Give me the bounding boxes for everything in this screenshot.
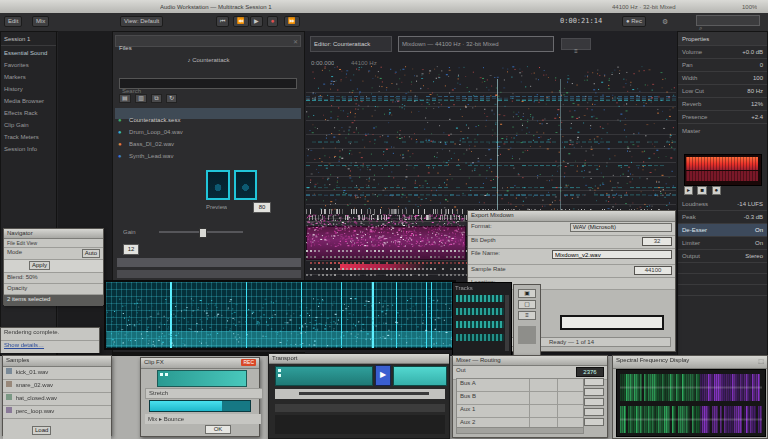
routing-row[interactable]: Bus B	[457, 392, 583, 405]
region-handle[interactable]	[278, 369, 281, 372]
property-row[interactable]: Low Cut 80 Hz	[678, 85, 767, 98]
clip-handle[interactable]	[160, 373, 163, 376]
meter-toggle-button[interactable]: ≡	[561, 38, 591, 50]
gear-icon[interactable]: ⚙	[662, 17, 668, 26]
transport-play-button[interactable]: ▶	[250, 16, 263, 27]
expand-icon[interactable]: ⬚	[758, 357, 764, 364]
clipfx-window[interactable]: Clip FX REC Stretch Mix ▸ Bounce OK	[140, 357, 260, 437]
gain-value-box[interactable]: 12	[123, 244, 139, 255]
routing-titlebar[interactable]: Mixer — Routing	[453, 356, 607, 366]
spectral-window[interactable]: Spectral Frequency Display ⬚	[612, 355, 768, 439]
navigator-opacity-row[interactable]: Opacity	[4, 284, 103, 295]
transport-prev-button[interactable]: ⏮	[216, 16, 229, 27]
files-duplicate-button[interactable]: ⧉	[151, 94, 161, 103]
sidebar-item-markers[interactable]: Markers	[1, 70, 56, 82]
navigator-window[interactable]: Navigator File Edit View Mode Auto Apply…	[3, 228, 104, 305]
navigator-blend-row[interactable]: Blend: 50%	[4, 273, 103, 284]
routing-row[interactable]: Aux 1	[457, 405, 583, 418]
mode-dropdown[interactable]: Auto	[82, 249, 100, 258]
sample-row[interactable]: hat_closed.wav	[3, 393, 111, 406]
files-search-box[interactable]	[119, 78, 297, 89]
routing-tool-button[interactable]	[584, 418, 604, 426]
sidebar-item-favorites[interactable]: Favorites	[1, 58, 56, 70]
transport-rew-button[interactable]: ⏪	[233, 16, 249, 27]
export-dialog-titlebar[interactable]: Export Mixdown	[468, 211, 675, 222]
master-waveform[interactable]	[684, 154, 762, 186]
sidebar-item-history[interactable]: History	[1, 82, 56, 94]
property-row[interactable]: Width 100	[678, 72, 767, 85]
clip-handle[interactable]	[165, 373, 168, 376]
sidebar-item-session-info[interactable]: Session Info	[1, 142, 56, 154]
transport-ffwd-button[interactable]: ⏩	[284, 16, 300, 27]
sample-row[interactable]: kick_01.wav	[3, 367, 111, 380]
file-row[interactable]: ● Bass_DI_02.wav	[115, 132, 301, 143]
file-row[interactable]: ● Drum_Loop_04.wav	[115, 120, 301, 131]
toolbar-mix-button[interactable]: Mix	[32, 16, 49, 27]
player-titlebar[interactable]: Transport	[269, 354, 449, 364]
scrub-track[interactable]	[299, 392, 429, 395]
selection-marker-strip[interactable]	[340, 264, 426, 270]
zoom-level[interactable]: 100%	[742, 3, 757, 11]
toolbar-edit-button[interactable]: Edit	[4, 16, 22, 27]
files-panel-header[interactable]: Files ✕	[115, 35, 301, 47]
player-region-b[interactable]	[393, 366, 447, 386]
navigator-mode-row[interactable]: Mode Auto	[4, 248, 103, 260]
property-row[interactable]: Loudness -14 LUFS	[678, 198, 767, 211]
spectrum-grid-display[interactable]	[104, 280, 456, 350]
player-region-a[interactable]	[275, 366, 373, 386]
file-row[interactable]: ● Synth_Lead.wav	[115, 144, 301, 155]
sidebar-item-track-meters[interactable]: Track Meters	[1, 130, 56, 142]
tool-list-button[interactable]: ≡	[518, 311, 536, 320]
bit-depth-value-box[interactable]: 32	[642, 237, 672, 246]
notification-strip-window[interactable]: Rendering complete. Show details…	[0, 327, 100, 353]
ok-button[interactable]: OK	[205, 425, 231, 434]
grid-cursor-line[interactable]	[170, 282, 172, 348]
mini-track-strip[interactable]	[456, 321, 504, 328]
details-link[interactable]: Show details…	[4, 342, 44, 348]
property-row[interactable]: Output Stereo	[678, 250, 767, 263]
property-row[interactable]: Peak -0.3 dB	[678, 211, 767, 224]
toolbar-search-box[interactable]: ⌕	[696, 15, 760, 26]
file-badge-icon[interactable]: ▶	[375, 365, 391, 386]
sample-row[interactable]: snare_02.wav	[3, 380, 111, 393]
files-refresh-button[interactable]: ↻	[166, 94, 177, 103]
mini-track-strip[interactable]	[456, 334, 504, 341]
tool-marquee-button[interactable]: ▢	[518, 300, 536, 309]
titlebar[interactable]: Audio Workstation — Multitrack Session 1…	[0, 0, 768, 14]
workspace-view-button[interactable]: View: Default	[120, 16, 163, 27]
mini-scrollbar[interactable]	[505, 295, 509, 351]
routing-tool-button[interactable]	[584, 408, 604, 416]
spectral-titlebar[interactable]: Spectral Frequency Display ⬚	[613, 356, 767, 369]
property-row[interactable]: Volume +0.0 dB	[678, 46, 767, 59]
samples-titlebar[interactable]: Samples	[3, 356, 111, 367]
tool-select-button[interactable]: ▣	[518, 289, 536, 298]
bounce-row[interactable]: Mix ▸ Bounce	[145, 414, 261, 424]
record-button[interactable]: ● Rec	[622, 16, 646, 27]
grid-cursor-line[interactable]	[372, 282, 374, 348]
property-row[interactable]: Presence +2.4	[678, 111, 767, 124]
player-scrub-row[interactable]	[275, 389, 445, 399]
stretch-row[interactable]: Stretch	[145, 388, 263, 399]
preview-monitor-a[interactable]	[206, 170, 230, 200]
property-row[interactable]: Limiter On	[678, 237, 767, 250]
routing-row[interactable]: Bus A	[457, 379, 583, 392]
routing-tool-button[interactable]	[584, 378, 604, 386]
wave-stop-button[interactable]: ■	[697, 186, 707, 195]
spectral-canvas[interactable]	[620, 373, 762, 433]
player-window[interactable]: Transport ▶	[268, 353, 450, 439]
editor-tab-1[interactable]: Editor: Counterattack	[310, 36, 392, 52]
wave-record-button[interactable]: ●	[712, 186, 722, 195]
midi-clip-band[interactable]	[306, 226, 466, 260]
property-row[interactable]: Pan 0	[678, 59, 767, 72]
clipfx-teal-block[interactable]	[157, 370, 247, 387]
navigator-menu[interactable]: File Edit View	[4, 239, 103, 248]
wave-play-button[interactable]: ▸	[684, 186, 693, 195]
navigator-titlebar[interactable]: Navigator	[4, 229, 103, 239]
mini-track-strip[interactable]	[456, 308, 504, 315]
region-handle[interactable]	[278, 374, 281, 377]
sidebar-item-clip-gain[interactable]: Clip Gain	[1, 118, 56, 130]
sample-row[interactable]: perc_loop.wav	[3, 406, 111, 419]
gain-slider-track[interactable]	[159, 231, 243, 233]
routing-window[interactable]: Mixer — Routing Out 2376 Bus A Bus B Aux…	[452, 355, 608, 438]
samples-window[interactable]: Samples kick_01.wav snare_02.wav hat_clo…	[2, 355, 112, 436]
